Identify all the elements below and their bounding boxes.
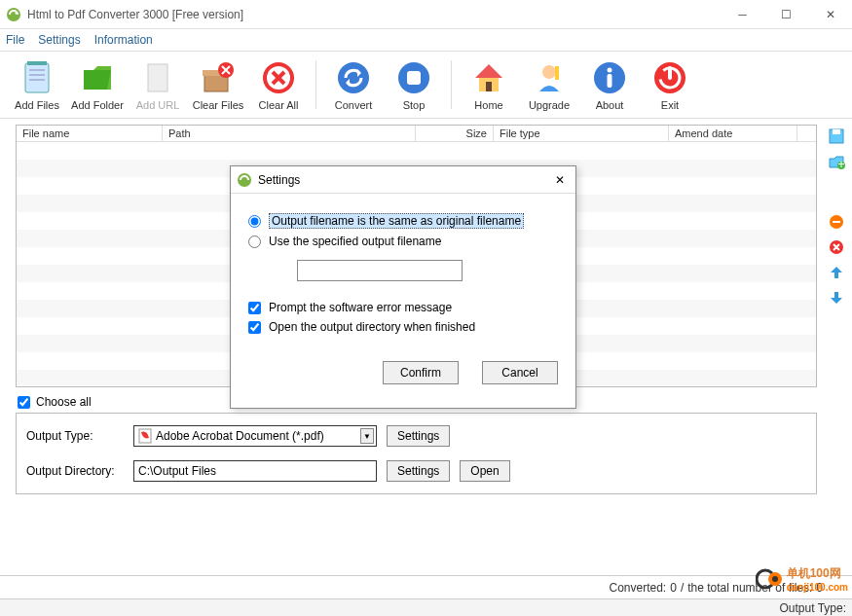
confirm-button[interactable]: Confirm <box>383 361 459 384</box>
output-dir-open-button[interactable]: Open <box>460 460 509 482</box>
dialog-close-button[interactable]: ✕ <box>550 173 570 187</box>
output-type-settings-button[interactable]: Settings <box>387 425 450 447</box>
window-title: Html to Pdf Converter 3000 [Free version… <box>27 8 721 21</box>
toolbar-separator <box>451 60 452 109</box>
watermark-logo-icon <box>756 565 783 593</box>
svg-rect-30 <box>833 221 840 223</box>
box-x-icon <box>199 58 238 97</box>
status-bar: Converted: 0 / the total number of files… <box>0 575 852 598</box>
notepad-icon <box>18 58 56 97</box>
menu-information[interactable]: Information <box>94 33 153 47</box>
table-header: File name Path Size File type Amend date <box>17 126 816 142</box>
output-dir-input[interactable] <box>133 460 377 482</box>
upgrade-button[interactable]: Upgrade <box>522 58 576 111</box>
dialog-titlebar: Settings ✕ <box>231 166 575 194</box>
chevron-down-icon[interactable]: ▼ <box>360 428 374 444</box>
check-open-output[interactable]: Open the output directory when finished <box>248 320 558 334</box>
col-filetype[interactable]: File type <box>494 126 669 141</box>
app-icon <box>6 7 21 22</box>
output-dir-label: Output Directory: <box>26 464 124 478</box>
svg-point-17 <box>542 65 556 79</box>
pdf-icon <box>137 428 153 444</box>
svg-point-12 <box>338 62 369 93</box>
svg-rect-16 <box>486 82 492 91</box>
remove-all-button[interactable] <box>827 237 846 257</box>
titlebar: Html to Pdf Converter 3000 [Free version… <box>0 0 852 29</box>
svg-point-20 <box>608 68 612 73</box>
move-up-button[interactable] <box>827 263 846 282</box>
svg-rect-18 <box>555 66 559 80</box>
convert-icon <box>334 58 373 97</box>
output-panel: Output Type: Adobe Acrobat Document (*.p… <box>16 413 817 494</box>
info-icon <box>590 58 629 97</box>
remove-item-button[interactable] <box>827 212 846 232</box>
svg-rect-24 <box>668 66 672 80</box>
open-list-button[interactable]: + <box>827 152 846 171</box>
dialog-title: Settings <box>258 173 550 187</box>
document-icon <box>138 58 177 97</box>
radio-specified-filename[interactable]: Use the specified output filename <box>248 235 558 248</box>
toolbar: Add Files Add Folder Add URL Clear Files… <box>0 51 852 119</box>
add-files-button[interactable]: Add Files <box>10 58 64 111</box>
home-icon <box>469 58 508 97</box>
svg-text:+: + <box>837 158 844 170</box>
col-size[interactable]: Size <box>416 126 494 141</box>
exit-button[interactable]: Exit <box>643 58 697 111</box>
toolbar-separator <box>315 60 316 109</box>
save-list-button[interactable] <box>827 127 846 146</box>
specified-filename-input[interactable] <box>297 260 463 281</box>
power-icon <box>650 58 689 97</box>
about-button[interactable]: About <box>582 58 637 111</box>
home-button[interactable]: Home <box>462 58 516 111</box>
svg-rect-6 <box>148 64 167 91</box>
menubar: File Settings Information <box>0 29 852 51</box>
col-amenddate[interactable]: Amend date <box>669 126 797 141</box>
stop-button[interactable]: Stop <box>387 58 441 111</box>
maximize-button[interactable]: ☐ <box>764 0 808 29</box>
close-button[interactable]: ✕ <box>808 0 852 29</box>
stop-icon <box>394 58 433 97</box>
person-icon <box>530 58 569 97</box>
red-x-icon <box>259 58 298 97</box>
add-folder-button[interactable]: Add Folder <box>70 58 125 111</box>
dialog-icon <box>237 172 252 188</box>
output-dir-settings-button[interactable]: Settings <box>387 460 450 482</box>
minimize-button[interactable]: ─ <box>721 0 764 29</box>
svg-rect-14 <box>407 71 421 85</box>
settings-dialog: Settings ✕ Output filename is the same a… <box>230 165 576 409</box>
watermark: 单机100网 danji100.com <box>756 565 848 593</box>
svg-rect-21 <box>608 74 612 88</box>
choose-all-input[interactable] <box>18 396 30 409</box>
cancel-button[interactable]: Cancel <box>482 361 558 384</box>
clear-all-button[interactable]: Clear All <box>251 58 306 111</box>
output-type-combo[interactable]: Adobe Acrobat Document (*.pdf) ▼ <box>133 425 377 447</box>
check-prompt-error[interactable]: Prompt the software error message <box>248 301 558 314</box>
col-path[interactable]: Path <box>163 126 416 141</box>
svg-rect-26 <box>833 129 840 134</box>
svg-point-35 <box>772 576 778 582</box>
add-url-button[interactable]: Add URL <box>130 58 185 111</box>
col-filename[interactable]: File name <box>17 126 163 141</box>
menu-file[interactable]: File <box>6 33 24 47</box>
move-down-button[interactable] <box>827 288 846 308</box>
folder-green-icon <box>78 58 117 97</box>
menu-settings[interactable]: Settings <box>38 33 80 47</box>
radio-same-filename[interactable]: Output filename is the same as original … <box>248 213 558 229</box>
svg-rect-1 <box>25 63 49 92</box>
output-type-label: Output Type: <box>26 429 124 443</box>
svg-rect-5 <box>27 61 47 65</box>
convert-button[interactable]: Convert <box>326 58 381 111</box>
side-toolbar: + <box>827 127 846 308</box>
clear-files-button[interactable]: Clear Files <box>191 58 245 111</box>
status-bar-2: Output Type: <box>0 598 852 616</box>
